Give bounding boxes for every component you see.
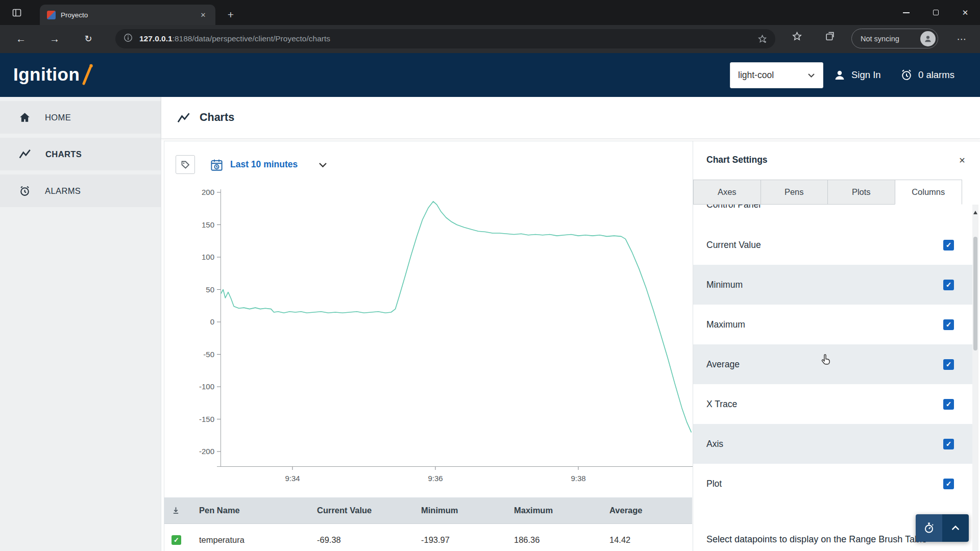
logo-slash-icon <box>80 62 93 86</box>
svg-text:150: 150 <box>202 220 214 229</box>
settings-row-x-trace[interactable]: X Trace✓ <box>693 384 972 424</box>
page-title: Charts <box>200 111 234 124</box>
svg-text:-100: -100 <box>199 382 214 391</box>
chevron-down-icon[interactable] <box>318 162 327 168</box>
tab-pens[interactable]: Pens <box>761 180 828 205</box>
browser-menu-icon[interactable]: ⋯ <box>952 31 971 46</box>
settings-footer-note: Select datapoints to display on the Rang… <box>706 532 936 547</box>
checkbox-average[interactable]: ✓ <box>943 359 954 370</box>
settings-row-plot[interactable]: Plot✓ <box>693 464 972 504</box>
stopwatch-icon[interactable] <box>916 514 942 542</box>
value-cell: -69.38 <box>313 535 417 545</box>
browser-tab[interactable]: Proyecto ✕ <box>40 5 215 25</box>
tab-plots[interactable]: Plots <box>827 180 895 205</box>
alarms-indicator[interactable]: 0 alarms <box>900 53 954 97</box>
tag-browser-button[interactable] <box>176 155 195 174</box>
scroll-up-arrow[interactable] <box>973 211 977 214</box>
range-brush-button[interactable] <box>916 514 969 542</box>
profile-button[interactable]: Not syncing <box>851 29 938 48</box>
svg-text:50: 50 <box>206 285 214 294</box>
person-icon <box>834 69 846 81</box>
app-header: Ignition light-cool Sign In 0 alarms <box>0 53 980 97</box>
content: Last 10 minutes 200150100500-50-100-150-… <box>161 139 980 551</box>
svg-text:9:36: 9:36 <box>428 474 443 483</box>
site-info-icon[interactable] <box>124 33 133 44</box>
add-favorite-icon[interactable] <box>757 34 767 44</box>
column-header-maximum[interactable]: Maximum <box>510 506 605 515</box>
settings-row-label: Plot <box>706 479 722 489</box>
tag-icon <box>180 160 190 170</box>
home-icon <box>18 111 31 124</box>
forward-button[interactable]: → <box>46 30 63 47</box>
value-cell: -193.97 <box>417 535 510 545</box>
table-header: Pen NameCurrent ValueMinimumMaximumAvera… <box>164 497 692 524</box>
settings-row-label: Current Value <box>706 240 761 251</box>
date-range-icon[interactable] <box>210 158 224 172</box>
panel-close-icon[interactable]: ✕ <box>955 154 969 167</box>
table-row[interactable]: ✓temperatura-69.38-193.97186.3614.42 <box>164 524 692 551</box>
column-header-current-value[interactable]: Current Value <box>313 506 417 515</box>
settings-row-current-value[interactable]: Current Value✓ <box>693 225 972 265</box>
checkbox-axis[interactable]: ✓ <box>943 439 954 449</box>
checkbox-current-value[interactable]: ✓ <box>943 240 954 251</box>
scrollbar-thumb[interactable] <box>973 237 977 350</box>
browser-toolbar: ← → ↻ 127.0.0.1:8188/data/perspective/cl… <box>0 25 980 53</box>
trend-chart[interactable]: 200150100500-50-100-150-2009:349:369:38 <box>184 188 693 492</box>
ignition-logo: Ignition <box>13 62 93 87</box>
pen-visible-checkbox[interactable]: ✓ <box>172 535 181 545</box>
column-header-minimum[interactable]: Minimum <box>417 506 510 515</box>
browser-titlebar: Proyecto ✕ + ✕ <box>0 0 980 25</box>
svg-text:100: 100 <box>202 253 214 261</box>
column-header-average[interactable]: Average <box>605 506 692 515</box>
sidebar-item-home[interactable]: HOME <box>0 101 161 134</box>
url-host: 127.0.0.1 <box>139 34 173 43</box>
checkbox-plot[interactable]: ✓ <box>943 479 954 489</box>
chevron-down-icon <box>807 73 815 78</box>
address-bar[interactable]: 127.0.0.1:8188/data/perspective/client/P… <box>115 29 775 48</box>
reload-button[interactable]: ↻ <box>80 30 97 47</box>
chart-card: Last 10 minutes 200150100500-50-100-150-… <box>164 141 693 551</box>
minimize-button[interactable] <box>891 0 921 25</box>
favorites-icon[interactable] <box>792 31 802 44</box>
settings-row-axis[interactable]: Axis✓ <box>693 424 972 464</box>
collections-icon[interactable] <box>825 31 836 44</box>
settings-row-control-panel[interactable]: Control Panel <box>693 205 972 225</box>
tab-title: Proyecto <box>61 11 198 19</box>
settings-row-maximum[interactable]: Maximum✓ <box>693 305 972 344</box>
theme-dropdown[interactable]: light-cool <box>730 62 823 88</box>
chart-line-icon <box>18 147 32 161</box>
tab-close-icon[interactable]: ✕ <box>198 10 208 20</box>
settings-row-label: X Trace <box>706 399 737 410</box>
sidebar-item-label: HOME <box>45 113 71 122</box>
tab-axes[interactable]: Axes <box>693 180 761 205</box>
close-button[interactable]: ✕ <box>950 0 980 25</box>
avatar <box>920 31 936 46</box>
checkbox-minimum[interactable]: ✓ <box>943 280 954 290</box>
svg-text:9:38: 9:38 <box>571 474 585 483</box>
sidebar-item-alarms[interactable]: ALARMS <box>0 174 161 207</box>
checkbox-maximum[interactable]: ✓ <box>943 319 954 330</box>
time-range-selector[interactable]: Last 10 minutes <box>230 159 298 170</box>
minimize-icon <box>903 12 910 13</box>
checkbox-x-trace[interactable]: ✓ <box>943 399 954 410</box>
new-tab-button[interactable]: + <box>223 7 238 22</box>
tab-columns[interactable]: Columns <box>895 180 963 205</box>
chevron-up-icon[interactable] <box>942 514 969 542</box>
value-cell: 14.42 <box>605 535 692 545</box>
settings-tabs: AxesPensPlotsColumns <box>693 180 962 205</box>
tab-manager-icon[interactable] <box>9 5 24 20</box>
logo-text: Ignition <box>13 62 80 87</box>
sidebar-item-label: CHARTS <box>45 149 82 159</box>
svg-text:0: 0 <box>210 317 214 326</box>
column-header-pen-name[interactable]: Pen Name <box>195 506 313 515</box>
theme-value: light-cool <box>738 70 774 81</box>
url-text: 127.0.0.1:8188/data/perspective/client/P… <box>139 34 330 43</box>
svg-text:200: 200 <box>202 188 214 196</box>
settings-row-minimum[interactable]: Minimum✓ <box>693 265 972 305</box>
back-button[interactable]: ← <box>12 30 30 47</box>
sign-in-button[interactable]: Sign In <box>834 53 881 97</box>
sidebar-item-charts[interactable]: CHARTS <box>0 138 161 170</box>
maximize-button[interactable] <box>921 0 950 25</box>
column-filter-icon[interactable] <box>164 506 195 515</box>
svg-text:-50: -50 <box>203 350 214 359</box>
